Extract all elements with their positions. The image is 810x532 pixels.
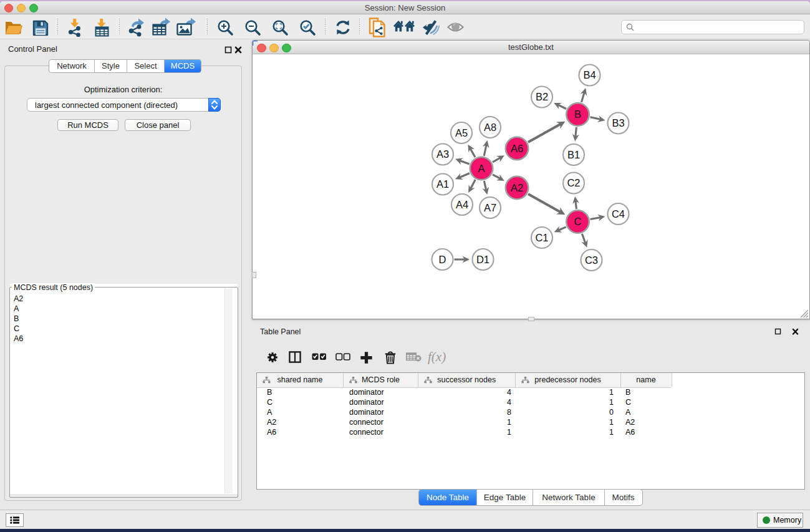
svg-text:C1: C1: [535, 232, 548, 243]
svg-text:B4: B4: [583, 69, 595, 80]
svg-text:A3: A3: [436, 148, 449, 160]
svg-text:C3: C3: [585, 254, 598, 266]
svg-text:C: C: [574, 216, 582, 227]
svg-text:B1: B1: [567, 149, 580, 160]
svg-text:C4: C4: [612, 208, 625, 220]
svg-text:A5: A5: [455, 127, 468, 138]
svg-text:A7: A7: [484, 202, 496, 213]
svg-text:C2: C2: [567, 177, 580, 188]
svg-text:D1: D1: [476, 254, 489, 265]
svg-text:B: B: [574, 109, 581, 120]
svg-text:D: D: [439, 254, 446, 265]
svg-text:B3: B3: [612, 117, 624, 128]
svg-text:B2: B2: [536, 91, 548, 102]
svg-text:A1: A1: [436, 178, 449, 190]
svg-text:A: A: [478, 163, 485, 174]
svg-text:A6: A6: [511, 143, 523, 154]
svg-text:A4: A4: [456, 199, 468, 210]
svg-text:A8: A8: [484, 122, 496, 133]
svg-text:A2: A2: [511, 182, 523, 193]
